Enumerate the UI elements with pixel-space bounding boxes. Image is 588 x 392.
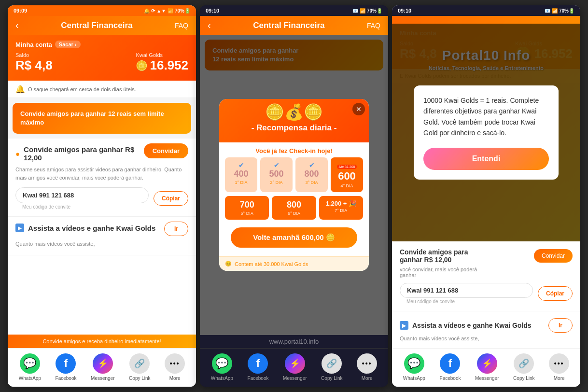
share-copylink[interactable]: 🔗 Copy Link [129,353,150,381]
share-more-3[interactable]: ••• More [549,353,569,381]
bottom-banner-1: Convide amigos e receba dinheiro imediat… [8,335,196,348]
saldo-value: R$ 4,8 [15,58,53,73]
speaker-icon: 🔔 [15,84,25,94]
invite-code-box: Kwai 991 121 688 [15,187,149,203]
invite-code-row: Kwai 991 121 688 Meu código de convite C… [15,187,188,210]
coins-decoration: 🪙💰🪙 [227,103,361,121]
info-popup: 10000 Kwai Golds = 1 reais. Complete dif… [414,85,559,180]
day-7: 1.200 + 🎉 7° DIA [319,196,363,220]
more-icon: ••• [165,353,185,374]
info-popup-text: 10000 Kwai Golds = 1 reais. Complete dif… [423,95,549,139]
kwai-value: 🪙 16.952 [136,58,188,73]
return-button[interactable]: Volte amanhã 600,00 🪙 [231,227,357,248]
share-more[interactable]: ••• More [165,353,185,381]
facebook-label-3: Facebook [440,376,461,381]
account-card-1: Minha conta Sacar › Saldo R$ 4,8 Kwai Go… [8,35,196,81]
status-time-2: 09:10 [206,8,219,14]
status-icons-3: 📧📶70%🔋 [545,8,574,14]
invite-desc: Chame seus amigos para assistir videos p… [15,166,188,182]
copylink-label: Copy Link [129,376,150,381]
watch-section-3-bg: ▶ Assista a vídeos e ganhe Kwai Golds Ir… [392,311,580,348]
sacar-link[interactable]: Sacar › [55,41,81,48]
share-facebook[interactable]: f Facebook [56,353,77,381]
daily-reward-overlay: 🪙💰🪙 - Recompensa diaria - ✕ Você já fez … [200,35,388,335]
copy-button-1[interactable]: Cópiar [154,191,188,206]
faq-link-2[interactable]: FAQ [367,22,380,29]
watermark-2: www.portal10.info [200,335,388,348]
back-button-1[interactable]: ‹ [15,20,19,31]
invite-section-1: ● Convide amigos para ganhar R$ 12,00 Co… [8,139,196,217]
share-copylink-2[interactable]: 🔗 Copy Link [321,353,342,381]
convidar-btn-3[interactable]: Convidar [534,249,573,263]
account-label-1: Minha conta Sacar › [15,41,188,48]
header-title-2: Central Financeira [253,21,324,30]
share-messenger[interactable]: ⚡ Messenger [91,353,114,381]
facebook-icon-3: f [440,353,460,374]
facebook-icon-2: f [248,353,268,374]
day-5: 700 5° DIA [225,196,269,220]
facebook-label-2: Facebook [248,376,269,381]
day-3: ✔ 800 3° DIA [295,157,328,192]
entendi-button[interactable]: Entendi [423,148,549,170]
messenger-label-2: Messenger [283,376,307,381]
smile-icon: 😊 [225,261,232,267]
share-whatsapp[interactable]: 💬 WhatsApp [19,353,41,381]
watch-title: ▶ Assista a vídeos e ganhe Kwai Golds [15,224,155,232]
more-icon-2: ••• [357,353,377,374]
play-icon: ▶ [15,224,24,232]
watch-desc: Quanto mais vídeos você assiste, [15,240,188,248]
ir-btn-3[interactable]: Ir [548,318,573,333]
popup-header-bg: 🪙💰🪙 - Recompensa diaria - [219,99,369,142]
status-time-3: 09:10 [398,8,411,14]
whatsapp-label-3: WhatsApp [403,376,425,381]
promo-banner-1[interactable]: Convide amigos para ganhar 12 reais sem … [13,103,191,134]
code-label: Meu código de convite [15,204,149,210]
day-2: ✔ 500 2° DIA [260,157,293,192]
share-whatsapp-2[interactable]: 💬 WhatsApp [211,353,233,381]
checkin-subtitle: Você já fez Check-in hoje! [219,142,369,157]
whatsapp-label-2: WhatsApp [211,376,233,381]
header-3 [392,16,580,24]
share-more-2[interactable]: ••• More [357,353,377,381]
status-time-1: 09:09 [14,8,27,14]
more-label-3: More [554,376,565,381]
share-whatsapp-3[interactable]: 💬 WhatsApp [403,353,425,381]
share-copylink-3[interactable]: 🔗 Copy Link [513,353,534,381]
copy-btn-3[interactable]: Cópiar [538,286,573,301]
share-bar-1: 💬 WhatsApp f Facebook ⚡ Messenger 🔗 Copy… [8,348,196,387]
messenger-icon-2: ⚡ [285,353,305,374]
back-button-2[interactable]: ‹ [208,20,211,31]
faq-link-1[interactable]: FAQ [175,22,188,29]
ir-button[interactable]: Ir [164,222,188,236]
badge-day4: Até 31.200 [337,165,357,169]
whatsapp-icon: 💬 [20,353,40,374]
screen3: 09:10 📧📶70%🔋 Minha conta Saldo R$ 4,8 Kw… [392,5,580,387]
saldo-item: Saldo R$ 4,8 [15,52,53,73]
link-icon: 🔗 [129,353,150,374]
day-4: Até 31.200 600 4° DIA [331,157,363,192]
share-messenger-3[interactable]: ⚡ Messenger [475,353,499,381]
close-popup-button[interactable]: ✕ [352,103,365,115]
whatsapp-icon-3: 💬 [404,353,424,374]
messenger-label: Messenger [91,376,114,381]
header-title-1: Central Financeira [61,21,132,30]
invite-title: ● Convide amigos para ganhar R$ 12,00 [15,145,144,162]
facebook-icon: f [56,353,76,374]
copylink-label-2: Copy Link [321,376,342,381]
share-facebook-2[interactable]: f Facebook [248,353,269,381]
days-row2: 700 5° DIA 800 6° DIA 1.200 + 🎉 7° DIA [219,196,369,224]
popup-title: - Recompensa diaria - [227,123,361,133]
convidar-button[interactable]: Convidar [144,143,188,158]
more-label: More [169,376,181,381]
contem-notice: 😊 Contem até 30.000 Kwai Golds [219,256,369,271]
more-label-2: More [362,376,373,381]
share-facebook-3[interactable]: f Facebook [440,353,461,381]
messenger-icon: ⚡ [93,353,113,374]
whatsapp-icon-2: 💬 [212,353,232,374]
screen3-content: Minha conta Saldo R$ 4,8 Kwai Golds 🪙 16… [392,24,580,241]
share-messenger-2[interactable]: ⚡ Messenger [283,353,307,381]
whatsapp-label: WhatsApp [19,376,41,381]
header-1: ‹ Central Financeira FAQ [8,16,196,35]
share-bar-3: 💬 WhatsApp f Facebook ⚡ Messenger 🔗 Copy… [392,348,580,387]
status-bar-3: 09:10 📧📶70%🔋 [392,5,580,16]
